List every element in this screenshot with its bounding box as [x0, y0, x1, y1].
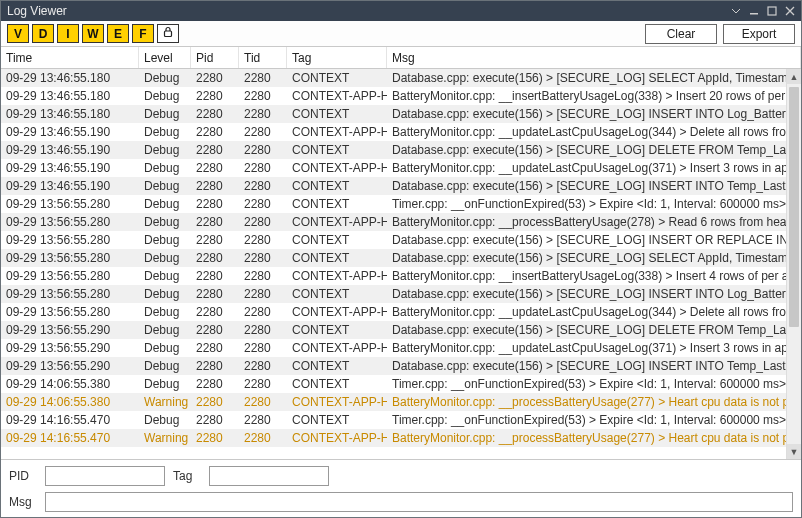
grid-body[interactable]: 09-29 13:46:55.180Debug22802280CONTEXTDa…	[1, 69, 801, 447]
table-row[interactable]: 09-29 13:56:55.290Debug22802280CONTEXT-A…	[1, 339, 801, 357]
col-header-pid[interactable]: Pid	[191, 47, 239, 68]
level-error-button[interactable]: E	[107, 24, 129, 43]
col-header-tag[interactable]: Tag	[287, 47, 387, 68]
cell-msg: Database.cpp: execute(156) > [SECURE_LOG…	[387, 249, 801, 267]
cell-tag: CONTEXT	[287, 69, 387, 87]
col-header-level[interactable]: Level	[139, 47, 191, 68]
cell-time: 09-29 13:56:55.280	[1, 213, 139, 231]
dropdown-icon[interactable]	[729, 4, 743, 18]
table-row[interactable]: 09-29 13:56:55.280Debug22802280CONTEXTDa…	[1, 231, 801, 249]
cell-tid: 2280	[239, 195, 287, 213]
scroll-down-icon[interactable]: ▼	[787, 444, 801, 459]
cell-msg: Database.cpp: execute(156) > [SECURE_LOG…	[387, 321, 801, 339]
cell-tid: 2280	[239, 321, 287, 339]
cell-pid: 2280	[191, 285, 239, 303]
cell-level: Debug	[139, 69, 191, 87]
toolbar: V D I W E F Clear Export	[1, 21, 801, 47]
cell-pid: 2280	[191, 231, 239, 249]
cell-tid: 2280	[239, 249, 287, 267]
table-row[interactable]: 09-29 13:46:55.190Debug22802280CONTEXT-A…	[1, 123, 801, 141]
level-info-button[interactable]: I	[57, 24, 79, 43]
cell-time: 09-29 13:56:55.280	[1, 249, 139, 267]
cell-time: 09-29 13:46:55.190	[1, 123, 139, 141]
cell-tag: CONTEXT-APP-H	[287, 87, 387, 105]
level-fatal-button[interactable]: F	[132, 24, 154, 43]
cell-level: Debug	[139, 375, 191, 393]
cell-level: Debug	[139, 177, 191, 195]
cell-msg: Timer.cpp: __onFunctionExpired(53) > Exp…	[387, 195, 801, 213]
close-icon[interactable]	[783, 4, 797, 18]
table-row[interactable]: 09-29 14:16:55.470Warning22802280CONTEXT…	[1, 429, 801, 447]
table-row[interactable]: 09-29 13:56:55.280Debug22802280CONTEXTDa…	[1, 249, 801, 267]
cell-time: 09-29 13:56:55.290	[1, 321, 139, 339]
cell-msg: BatteryMonitor.cpp: __processBatteryUsag…	[387, 393, 801, 411]
cell-tid: 2280	[239, 285, 287, 303]
table-row[interactable]: 09-29 14:06:55.380Warning22802280CONTEXT…	[1, 393, 801, 411]
cell-level: Debug	[139, 285, 191, 303]
table-row[interactable]: 09-29 13:46:55.180Debug22802280CONTEXTDa…	[1, 69, 801, 87]
cell-pid: 2280	[191, 411, 239, 429]
cell-level: Debug	[139, 249, 191, 267]
clear-button[interactable]: Clear	[645, 24, 717, 44]
cell-tag: CONTEXT	[287, 285, 387, 303]
pid-filter-label: PID	[9, 469, 37, 483]
table-row[interactable]: 09-29 13:46:55.180Debug22802280CONTEXT-A…	[1, 87, 801, 105]
cell-pid: 2280	[191, 393, 239, 411]
table-row[interactable]: 09-29 13:56:55.280Debug22802280CONTEXT-A…	[1, 267, 801, 285]
level-debug-button[interactable]: D	[32, 24, 54, 43]
table-row[interactable]: 09-29 13:46:55.180Debug22802280CONTEXTDa…	[1, 105, 801, 123]
cell-level: Debug	[139, 303, 191, 321]
cell-tag: CONTEXT-APP-H	[287, 267, 387, 285]
cell-tid: 2280	[239, 123, 287, 141]
level-filter-buttons: V D I W E F	[7, 24, 179, 43]
level-warning-button[interactable]: W	[82, 24, 104, 43]
table-row[interactable]: 09-29 13:56:55.280Debug22802280CONTEXTTi…	[1, 195, 801, 213]
cell-tag: CONTEXT-APP-H	[287, 159, 387, 177]
cell-pid: 2280	[191, 159, 239, 177]
table-row[interactable]: 09-29 14:16:55.470Debug22802280CONTEXTTi…	[1, 411, 801, 429]
msg-filter-input[interactable]	[45, 492, 793, 512]
cell-pid: 2280	[191, 375, 239, 393]
col-header-msg[interactable]: Msg	[387, 47, 801, 68]
table-row[interactable]: 09-29 13:56:55.290Debug22802280CONTEXTDa…	[1, 321, 801, 339]
cell-tid: 2280	[239, 231, 287, 249]
scroll-up-icon[interactable]: ▲	[787, 69, 801, 84]
table-row[interactable]: 09-29 13:56:55.280Debug22802280CONTEXT-A…	[1, 213, 801, 231]
cell-pid: 2280	[191, 267, 239, 285]
scroll-thumb[interactable]	[789, 87, 799, 327]
table-row[interactable]: 09-29 13:56:55.280Debug22802280CONTEXTDa…	[1, 285, 801, 303]
cell-pid: 2280	[191, 69, 239, 87]
col-header-tid[interactable]: Tid	[239, 47, 287, 68]
cell-msg: Database.cpp: execute(156) > [SECURE_LOG…	[387, 105, 801, 123]
cell-tag: CONTEXT	[287, 321, 387, 339]
cell-level: Warning	[139, 429, 191, 447]
cell-tid: 2280	[239, 357, 287, 375]
tag-filter-input[interactable]	[209, 466, 329, 486]
cell-tag: CONTEXT	[287, 411, 387, 429]
scroll-lock-button[interactable]	[157, 24, 179, 43]
pid-filter-input[interactable]	[45, 466, 165, 486]
cell-pid: 2280	[191, 141, 239, 159]
cell-time: 09-29 13:46:55.190	[1, 159, 139, 177]
cell-time: 09-29 13:46:55.190	[1, 141, 139, 159]
cell-level: Debug	[139, 105, 191, 123]
cell-tid: 2280	[239, 213, 287, 231]
table-row[interactable]: 09-29 13:46:55.190Debug22802280CONTEXTDa…	[1, 141, 801, 159]
vertical-scrollbar[interactable]: ▲ ▼	[786, 69, 801, 459]
cell-pid: 2280	[191, 177, 239, 195]
cell-level: Debug	[139, 231, 191, 249]
maximize-icon[interactable]	[765, 4, 779, 18]
table-row[interactable]: 09-29 14:06:55.380Debug22802280CONTEXTTi…	[1, 375, 801, 393]
table-row[interactable]: 09-29 13:46:55.190Debug22802280CONTEXT-A…	[1, 159, 801, 177]
export-button[interactable]: Export	[723, 24, 795, 44]
cell-tid: 2280	[239, 105, 287, 123]
titlebar: Log Viewer	[1, 1, 801, 21]
table-row[interactable]: 09-29 13:56:55.290Debug22802280CONTEXTDa…	[1, 357, 801, 375]
cell-msg: Database.cpp: execute(156) > [SECURE_LOG…	[387, 177, 801, 195]
table-row[interactable]: 09-29 13:46:55.190Debug22802280CONTEXTDa…	[1, 177, 801, 195]
minimize-icon[interactable]	[747, 4, 761, 18]
cell-msg: BatteryMonitor.cpp: __updateLastCpuUsage…	[387, 159, 801, 177]
table-row[interactable]: 09-29 13:56:55.280Debug22802280CONTEXT-A…	[1, 303, 801, 321]
level-verbose-button[interactable]: V	[7, 24, 29, 43]
col-header-time[interactable]: Time	[1, 47, 139, 68]
